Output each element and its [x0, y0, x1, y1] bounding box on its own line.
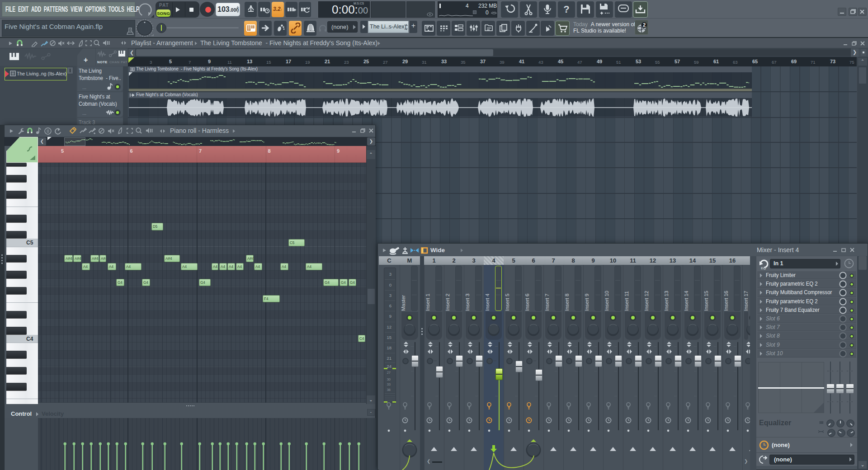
svg-text:?: ? — [563, 4, 569, 15]
svg-text:2: 2 — [643, 22, 646, 28]
svg-text:EQ: EQ — [761, 266, 766, 270]
